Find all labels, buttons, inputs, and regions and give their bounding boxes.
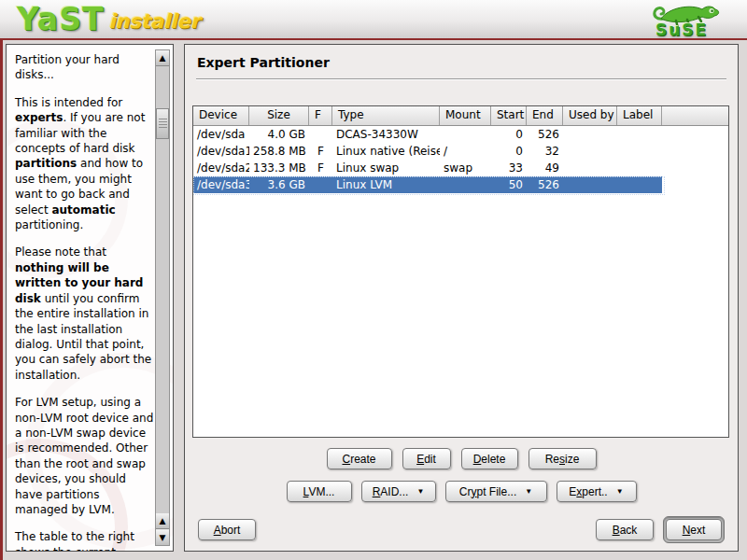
cell-label	[617, 176, 662, 193]
yast-installer-logo: YaSTinstaller	[17, 1, 200, 37]
cell-end: 49	[527, 160, 563, 176]
expert-menu-button[interactable]: Expert..▼	[557, 481, 637, 502]
cell-stub	[662, 126, 728, 143]
cell-f: F	[309, 160, 332, 176]
cell-mount: swap	[440, 160, 491, 176]
header-divider	[0, 38, 747, 40]
app-header: YaSTinstaller SuSE	[0, 0, 747, 38]
column-header-used_by[interactable]: Used by	[563, 106, 617, 125]
table-body: /dev/sda4.0 GBDCAS-34330W0526/dev/sda125…	[193, 126, 728, 193]
table-row-dev-sda3[interactable]: /dev/sda33.6 GBLinux LVM50526	[193, 176, 728, 193]
cell-label	[617, 143, 662, 160]
help-panel: Partition your hard disks...This is inte…	[6, 44, 174, 552]
cell-type: Linux swap	[332, 160, 440, 176]
title-divider	[196, 78, 726, 80]
yast-logo-text: YaST	[17, 1, 104, 37]
cell-used_by	[563, 176, 617, 193]
dropdown-arrow-icon: ▼	[616, 488, 624, 496]
scroll-up-button[interactable]: ▲	[156, 50, 169, 66]
column-header-device[interactable]: Device	[193, 106, 249, 125]
column-header-f[interactable]: F	[309, 106, 332, 125]
cell-end: 526	[527, 126, 563, 143]
dropdown-arrow-icon: ▼	[525, 488, 532, 496]
cell-size: 3.6 GB	[249, 176, 309, 193]
cell-f	[309, 126, 332, 143]
suse-logo-text: SuSE	[655, 21, 708, 39]
wizard-navigation: Abort Back Next	[198, 516, 725, 543]
scroll-up-button-bottom[interactable]: ▲	[156, 513, 169, 529]
page-title: Expert Partitioner	[197, 55, 330, 70]
cell-device: /dev/sda1	[193, 143, 249, 160]
partition-table[interactable]: DeviceSizeFTypeMountStartEndUsed byLabel…	[192, 105, 729, 438]
cell-mount	[440, 126, 491, 143]
column-header-stub[interactable]	[662, 106, 728, 125]
cell-used_by	[563, 143, 617, 160]
resize-button[interactable]: Resize	[529, 448, 597, 469]
default-button-ring: Next	[663, 516, 725, 543]
cell-size: 258.8 MB	[249, 143, 309, 160]
left-edge-accent	[0, 38, 3, 560]
suse-logo: SuSE	[648, 0, 726, 38]
crypt-file-menu-button[interactable]: Crypt File...▼	[445, 481, 547, 502]
advanced-action-buttons: LVM... RAID...▼ Crypt File...▼ Expert..▼	[185, 481, 738, 502]
cell-type: Linux LVM	[332, 176, 440, 193]
cell-mount	[440, 176, 491, 193]
column-header-label[interactable]: Label	[617, 106, 662, 125]
cell-device: /dev/sda3	[193, 176, 249, 193]
cell-size: 4.0 GB	[249, 126, 309, 143]
edit-button[interactable]: Edit	[402, 448, 451, 469]
column-header-type[interactable]: Type	[332, 106, 440, 125]
cell-start: 0	[491, 143, 527, 160]
cell-used_by	[563, 160, 617, 176]
cell-stub	[662, 160, 728, 176]
cell-label	[617, 160, 662, 176]
cell-stub	[662, 143, 728, 160]
table-row-dev-sda1[interactable]: /dev/sda1258.8 MBFLinux native (Reiser)/…	[193, 143, 728, 160]
help-scrollbar[interactable]: ▲ ▲ ▼	[155, 49, 170, 546]
table-row-dev-sda[interactable]: /dev/sda4.0 GBDCAS-34330W0526	[193, 126, 728, 143]
cell-type: DCAS-34330W	[332, 126, 440, 143]
cell-start: 33	[491, 160, 527, 176]
dropdown-arrow-icon: ▼	[416, 488, 424, 496]
cell-mount: /	[440, 143, 491, 160]
lvm-button[interactable]: LVM...	[287, 481, 352, 502]
column-header-mount[interactable]: Mount	[440, 106, 491, 125]
cell-label	[617, 126, 662, 143]
table-row-dev-sda2[interactable]: /dev/sda2133.3 MBFLinux swapswap3349	[193, 160, 728, 176]
cell-end: 32	[527, 143, 563, 160]
delete-button[interactable]: Delete	[461, 448, 518, 469]
scroll-thumb[interactable]	[156, 108, 169, 139]
cell-end: 526	[527, 176, 563, 193]
column-header-end[interactable]: End	[527, 106, 563, 125]
cell-used_by	[563, 126, 617, 143]
partition-action-buttons: Create Edit Delete Resize	[185, 448, 738, 469]
cell-stub	[662, 176, 728, 193]
cell-size: 133.3 MB	[249, 160, 309, 176]
back-button[interactable]: Back	[596, 519, 654, 540]
scroll-down-button[interactable]: ▼	[156, 529, 169, 545]
help-text: Partition your hard disks...This is inte…	[15, 52, 155, 552]
cell-device: /dev/sda2	[193, 160, 249, 176]
table-header-row: DeviceSizeFTypeMountStartEndUsed byLabel	[193, 106, 728, 126]
raid-menu-button[interactable]: RAID...▼	[361, 481, 436, 502]
cell-type: Linux native (Reiser)	[332, 143, 440, 160]
cell-start: 0	[491, 126, 527, 143]
cell-device: /dev/sda	[193, 126, 249, 143]
cell-f: F	[309, 143, 332, 160]
column-header-start[interactable]: Start	[491, 106, 527, 125]
cell-f	[309, 176, 332, 193]
create-button[interactable]: Create	[327, 448, 392, 469]
abort-button[interactable]: Abort	[198, 519, 256, 540]
installer-logo-text: installer	[108, 10, 200, 33]
next-button[interactable]: Next	[666, 519, 722, 540]
main-panel: Expert Partitioner DeviceSizeFTypeMountS…	[184, 44, 739, 552]
cell-start: 50	[491, 176, 527, 193]
column-header-size[interactable]: Size	[249, 106, 309, 125]
